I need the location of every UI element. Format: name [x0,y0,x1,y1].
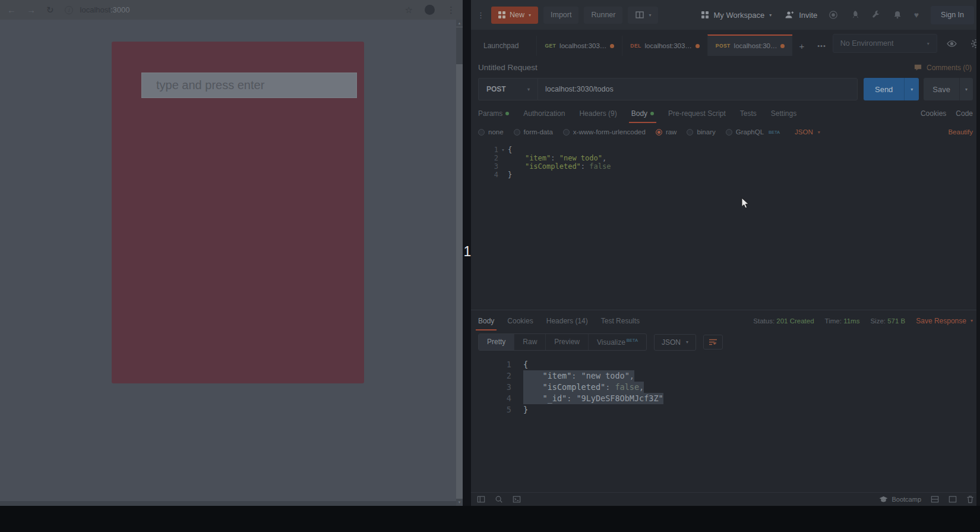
response-tab-headers[interactable]: Headers (14) [546,311,588,330]
invite-button[interactable]: Invite [799,11,817,20]
send-caret-icon[interactable]: ▾ [904,78,919,100]
mouse-cursor [741,197,751,209]
environment-selector[interactable]: No Environment ▾ [833,34,937,53]
kebab-menu-icon[interactable]: ⋮ [477,11,485,20]
site-info-icon[interactable]: i [65,6,73,14]
sign-in-label: Sign In [941,11,964,19]
save-label: Save [924,78,959,100]
request-config-tabs: Params Authorization Headers (9) Body Pr… [471,104,980,123]
new-button[interactable]: New ▾ [491,7,538,24]
tab-authorization[interactable]: Authorization [523,104,565,123]
browser-menu-icon[interactable]: ⋮ [447,5,456,14]
workspace-selector[interactable]: My Workspace [713,11,764,20]
bookmark-star-icon[interactable]: ☆ [405,5,413,14]
beautify-link[interactable]: Beautify [948,128,973,136]
reload-icon[interactable]: ↻ [46,5,54,14]
back-icon[interactable]: ← [7,5,16,14]
response-tabs: Body Cookies Headers (14) Test Results S… [471,310,980,331]
new-caret-icon[interactable]: ▾ [529,12,531,18]
tab-body[interactable]: Body [631,104,654,123]
radio-icon [656,129,662,136]
invite-person-icon [785,10,794,20]
open-new-window-button[interactable]: ▾ [628,7,658,24]
request-body-editor[interactable]: 1▾{2 "item": "new todo",3 "isCompleted":… [471,146,980,179]
url-host: localhost [80,5,110,14]
body-language-selector[interactable]: JSON▾ [795,128,820,136]
tab-options-icon[interactable]: ••• [811,36,833,56]
method-badge: GET [545,43,556,49]
request-title[interactable]: Untitled Request [478,63,538,72]
two-pane-layout-icon[interactable] [931,495,939,503]
address-bar[interactable]: localhost:3000 [80,5,130,14]
comments-button[interactable]: Comments (0) [913,63,972,72]
new-tab-button[interactable]: + [792,36,811,56]
single-pane-layout-icon[interactable] [949,495,957,503]
radio-icon [687,129,693,136]
tab-post-request-active[interactable]: POST localhost:30… [707,34,793,56]
method-selector[interactable]: POST ▾ [478,78,538,100]
cookies-link[interactable]: Cookies [921,109,946,118]
url-input[interactable]: localhost:3030/todos [538,78,858,100]
view-preview[interactable]: Preview [545,334,588,350]
response-tab-body[interactable]: Body [478,311,494,330]
save-button[interactable]: Save ▾ [924,78,973,100]
comment-icon [913,63,922,72]
bell-icon[interactable] [893,10,902,20]
todo-input[interactable] [141,73,357,98]
mode-graphql[interactable]: GraphQLBETA [726,128,780,136]
send-button[interactable]: Send ▾ [864,78,919,100]
code-line: 2 "item": "new todo", [471,154,980,162]
mode-binary[interactable]: binary [687,128,715,136]
scrollbar-thumb[interactable] [456,27,463,64]
sign-in-button[interactable]: Sign In [931,6,974,24]
trash-icon[interactable] [966,495,974,503]
import-button[interactable]: Import [543,7,578,24]
postman-header: ⋮ New ▾ Import Runner ▾ My Workspace ▾ I… [471,0,980,30]
response-body-viewer[interactable]: 1 {2 "item": "new todo",3 "isCompleted":… [471,359,980,415]
runner-button[interactable]: Runner [584,7,622,24]
save-caret-icon[interactable]: ▾ [959,78,973,100]
view-visualize[interactable]: VisualizeBETA [588,334,646,350]
profile-avatar[interactable] [425,5,435,15]
mode-form-data[interactable]: form-data [514,128,553,136]
tab-headers[interactable]: Headers (9) [579,104,617,123]
response-tab-cookies[interactable]: Cookies [507,311,533,330]
rocket-icon[interactable] [850,10,859,20]
mode-none[interactable]: none [478,128,504,136]
tab-settings[interactable]: Settings [771,104,796,123]
method-caret-icon: ▾ [527,87,530,92]
tab-tests[interactable]: Tests [740,104,757,123]
search-icon[interactable] [495,495,503,503]
tab-params[interactable]: Params [478,104,509,123]
tab-get-request[interactable]: GET localhost:303… [536,36,622,56]
tab-pre-request-script[interactable]: Pre-request Script [668,104,726,123]
bootcamp-button[interactable]: Bootcamp [879,496,921,503]
tab-delete-request[interactable]: DEL localhost:303… [622,36,707,56]
graphql-beta-badge: BETA [769,130,780,135]
forward-icon[interactable]: → [27,5,36,14]
method-value: POST [486,85,506,93]
code-link[interactable]: Code [956,109,973,118]
wrench-icon[interactable] [871,10,881,20]
mode-x-www-form-urlencoded[interactable]: x-www-form-urlencoded [563,128,646,136]
view-raw[interactable]: Raw [514,334,545,350]
scroll-down-icon[interactable]: ▼ [456,499,463,506]
workspace-caret-icon[interactable]: ▾ [769,12,772,18]
mode-raw-selected[interactable]: raw [656,128,677,136]
satellite-logo-icon[interactable] [829,10,838,20]
tab-launchpad[interactable]: Launchpad [476,36,536,56]
browser-scrollbar[interactable]: ▲ ▼ [456,20,463,506]
response-language-selector[interactable]: JSON ▾ [654,334,696,351]
radio-icon [726,129,732,136]
wrap-lines-button[interactable] [703,335,723,350]
environment-eye-button[interactable] [943,34,961,52]
console-icon[interactable] [513,495,521,503]
view-pretty[interactable]: Pretty [479,334,514,350]
response-tab-test-results[interactable]: Test Results [601,311,640,330]
unsaved-dot [610,44,614,48]
save-response-button[interactable]: Save Response▾ [916,317,973,325]
code-line: 1 { [471,359,980,370]
scroll-up-icon[interactable]: ▲ [456,20,463,27]
sidebar-toggle-icon[interactable] [477,495,485,503]
heart-icon[interactable]: ♥ [914,10,919,20]
